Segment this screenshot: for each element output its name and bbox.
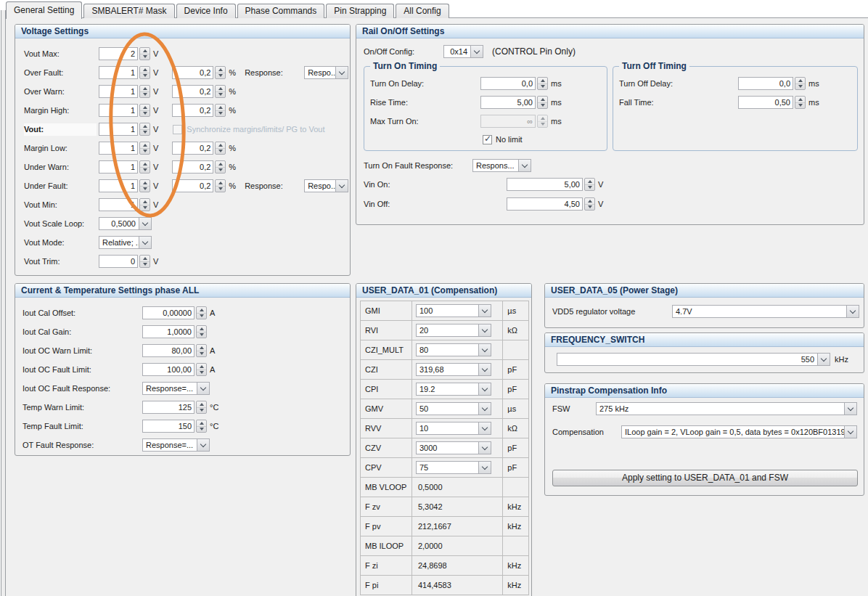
spinner[interactable] [795,96,806,109]
vout-trim-input[interactable]: 0 [99,255,150,268]
compensation-dropdown[interactable]: ILoop gain = 2, VLoop gain = 0,5, data b… [621,425,857,438]
spinner[interactable] [215,142,226,155]
spinner[interactable] [139,47,150,60]
dropdown-button[interactable] [197,439,209,451]
czi-dropdown[interactable]: 319,68 [416,363,491,376]
turn-on-fault-response-dropdown[interactable]: Respons... [472,159,531,172]
spinner[interactable] [215,179,226,192]
spinner[interactable] [139,198,150,211]
vout-max-input[interactable]: 2 [99,47,150,60]
vin-on-input[interactable]: 5,00 [507,178,595,191]
dropdown-button[interactable] [335,180,348,192]
under-warn-voltage-input[interactable]: 1 [99,160,150,174]
spinner[interactable] [584,197,595,211]
temp-fault-input[interactable]: 150 [142,420,207,433]
spinner[interactable] [196,325,207,338]
dropdown-button[interactable] [335,67,348,78]
dropdown-button[interactable] [844,426,856,438]
dropdown-button[interactable] [478,442,491,454]
vin-off-input[interactable]: 4,50 [507,197,595,211]
margin-high-voltage-input[interactable]: 1 [99,104,150,117]
dropdown-button[interactable] [139,237,151,248]
spinner[interactable] [139,142,150,155]
under-fault-response-dropdown[interactable]: Respo... [304,179,348,192]
vout-mode-dropdown[interactable]: Relative; ... [99,236,152,249]
dropdown-button[interactable] [478,383,491,395]
tab-phase-commands[interactable]: Phase Commands [237,4,325,18]
apply-button[interactable]: Apply setting to USER_DATA_01 and FSW [552,470,858,486]
temp-warn-input[interactable]: 125 [142,401,207,414]
spinner[interactable] [537,96,548,109]
no-limit-checkbox[interactable] [483,135,492,144]
spinner[interactable] [537,115,548,128]
dropdown-button[interactable] [518,160,531,171]
under-warn-percent-input[interactable]: 0,2 [172,160,226,174]
spinner[interactable] [139,66,150,79]
frequency-dropdown[interactable]: 550 [557,353,830,366]
tab-general-setting[interactable]: General Setting [6,1,82,19]
dropdown-button[interactable] [846,306,859,317]
tab-smbalert-mask[interactable]: SMBALERT# Mask [83,4,174,18]
iout-oc-fault-response-dropdown[interactable]: Response=... [142,382,210,395]
dropdown-button[interactable] [478,324,491,336]
under-fault-percent-input[interactable]: 0,2 [172,179,226,192]
rise-time-input[interactable]: 5,00 [480,96,548,109]
spinner[interactable] [196,306,207,319]
czv-dropdown[interactable]: 3000 [416,441,491,454]
rvv-dropdown[interactable]: 10 [416,422,491,435]
dropdown-button[interactable] [817,354,830,365]
dropdown-button[interactable] [478,403,491,415]
spinner[interactable] [795,77,806,90]
tab-all-config[interactable]: All Config [396,4,449,18]
over-warn-percent-input[interactable]: 0,2 [172,85,226,98]
dropdown-button[interactable] [470,46,483,57]
dropdown-button[interactable] [139,218,151,229]
over-fault-response-dropdown[interactable]: Respo... [304,66,348,79]
gmv-dropdown[interactable]: 50 [416,402,491,415]
spinner[interactable] [139,123,150,136]
spinner[interactable] [196,420,207,433]
dropdown-button[interactable] [478,422,491,434]
vout-min-input[interactable]: 1 [99,198,150,211]
tab-device-info[interactable]: Device Info [176,4,236,18]
dropdown-button[interactable] [478,344,491,356]
gmi-dropdown[interactable]: 100 [416,304,491,317]
turn-off-delay-input[interactable]: 0,0 [738,77,806,90]
dropdown-button[interactable] [197,383,209,394]
czi-mult-dropdown[interactable]: 80 [416,343,491,356]
fsw-dropdown[interactable]: 275 kHz [596,402,857,415]
dropdown-button[interactable] [844,403,856,415]
vout-scale-loop-dropdown[interactable]: 0,5000 [99,217,152,230]
vout-input[interactable]: 1 [99,123,150,136]
spinner[interactable] [215,160,226,174]
margin-high-percent-input[interactable]: 0,2 [172,104,226,117]
onoff-config-dropdown[interactable]: 0x14 [443,45,483,58]
over-fault-voltage-input[interactable]: 1 [99,66,150,79]
spinner[interactable] [139,85,150,98]
margin-low-voltage-input[interactable]: 1 [99,142,150,155]
cpv-dropdown[interactable]: 75 [416,461,491,474]
turn-on-delay-input[interactable]: 0,0 [480,77,548,90]
spinner[interactable] [215,66,226,79]
spinner[interactable] [139,255,150,268]
ot-fault-response-dropdown[interactable]: Response=... [142,438,210,452]
sync-margins-checkbox[interactable] [173,125,182,134]
fall-time-input[interactable]: 0,50 [738,96,806,109]
iout-cal-gain-input[interactable]: 1,0000 [142,325,207,338]
spinner[interactable] [584,178,595,191]
under-fault-voltage-input[interactable]: 1 [99,179,150,192]
dropdown-button[interactable] [478,364,491,375]
spinner[interactable] [215,85,226,98]
dropdown-button[interactable] [478,305,491,317]
rvi-dropdown[interactable]: 20 [416,324,491,337]
spinner[interactable] [139,104,150,117]
dropdown-button[interactable] [478,462,491,473]
spinner[interactable] [139,179,150,192]
spinner[interactable] [196,401,207,414]
iout-oc-warn-input[interactable]: 80,00 [142,344,207,357]
cpi-dropdown[interactable]: 19.2 [416,383,491,396]
vdd5-voltage-dropdown[interactable]: 4.7V [672,305,859,318]
over-fault-percent-input[interactable]: 0,2 [172,66,226,79]
spinner[interactable] [537,77,548,90]
iout-oc-fault-input[interactable]: 100,00 [142,363,207,376]
